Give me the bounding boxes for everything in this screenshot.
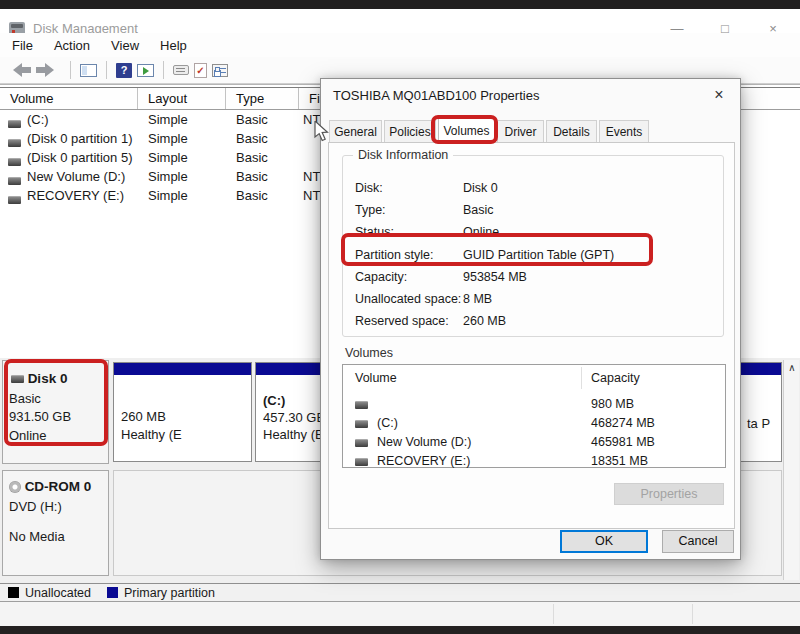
row-layout: Simple bbox=[148, 131, 188, 146]
toolbar-separator bbox=[106, 61, 107, 79]
col-capacity[interactable]: Capacity bbox=[591, 371, 640, 385]
column-header-type[interactable]: Type bbox=[226, 88, 299, 109]
tab-general[interactable]: General bbox=[329, 120, 382, 142]
tab-policies[interactable]: Policies bbox=[384, 120, 436, 142]
cdrom-drive: DVD (H:) bbox=[9, 499, 62, 514]
partition-name: (C:) bbox=[263, 393, 285, 408]
volume-capacity: 465981 MB bbox=[591, 435, 655, 449]
legend-primary-label: Primary partition bbox=[124, 586, 215, 600]
primary-partition-bar bbox=[114, 363, 251, 377]
row-type: Basic bbox=[236, 112, 268, 127]
list-item[interactable]: New Volume (D:)465981 MB bbox=[343, 433, 725, 452]
legend-bar: Unallocated Primary partition bbox=[0, 583, 800, 602]
properties-button[interactable]: Properties bbox=[614, 483, 724, 505]
field-label: Capacity: bbox=[355, 270, 407, 284]
volume-name: New Volume (D:) bbox=[377, 435, 471, 449]
menu-bar: File Action View Help bbox=[0, 33, 800, 57]
dialog-volume-list: Volume Capacity 980 MB (C:)468274 MB New… bbox=[342, 364, 726, 468]
row-layout: Simple bbox=[148, 169, 188, 184]
row-type: Basic bbox=[236, 169, 268, 184]
column-header-layout[interactable]: Layout bbox=[138, 88, 226, 109]
volume-name: (C:) bbox=[377, 416, 398, 430]
dialog-close-icon[interactable]: × bbox=[708, 85, 730, 105]
primary-partition-swatch bbox=[107, 587, 118, 598]
field-label: Type: bbox=[355, 203, 386, 217]
unallocated-swatch bbox=[8, 587, 19, 598]
console-tree-icon[interactable] bbox=[80, 64, 97, 77]
row-volume-name: (Disk 0 partition 1) bbox=[27, 131, 132, 146]
forward-icon[interactable] bbox=[36, 63, 61, 77]
partition-size: 260 MB bbox=[121, 409, 166, 424]
list-item[interactable]: 980 MB bbox=[343, 395, 725, 414]
volume-icon bbox=[355, 439, 368, 447]
task-list-icon[interactable] bbox=[212, 64, 228, 77]
ok-button[interactable]: OK bbox=[560, 530, 648, 553]
field-value: 953854 MB bbox=[463, 270, 527, 284]
partition-status: Healthy (E bbox=[121, 427, 182, 442]
cd-icon bbox=[9, 481, 21, 493]
menu-help[interactable]: Help bbox=[160, 38, 187, 53]
window-titlebar: Disk Management — □ × bbox=[0, 9, 800, 33]
cdrom-title: CD-ROM 0 bbox=[25, 479, 92, 494]
tab-details[interactable]: Details bbox=[546, 120, 597, 142]
help-icon[interactable]: ? bbox=[116, 63, 132, 78]
cancel-button[interactable]: Cancel bbox=[662, 530, 734, 553]
volume-icon bbox=[8, 192, 21, 207]
volume-capacity: 18351 MB bbox=[591, 454, 648, 468]
back-icon[interactable] bbox=[6, 63, 31, 77]
row-volume-name: RECOVERY (E:) bbox=[27, 188, 124, 203]
volumes-section-label: Volumes bbox=[345, 346, 393, 360]
column-header-volume[interactable]: Volume bbox=[0, 88, 138, 109]
background-top-strip bbox=[0, 0, 800, 9]
menu-view[interactable]: View bbox=[111, 38, 139, 53]
field-label: Unallocated space: bbox=[355, 292, 461, 306]
dialog-volume-list-header: Volume Capacity bbox=[343, 365, 725, 391]
row-type: Basic bbox=[236, 188, 268, 203]
mouse-cursor bbox=[314, 121, 332, 143]
legend-unallocated-label: Unallocated bbox=[25, 586, 91, 600]
menu-action[interactable]: Action bbox=[54, 38, 90, 53]
check-document-icon[interactable]: ✓ bbox=[194, 63, 207, 78]
cdrom-media: No Media bbox=[9, 529, 65, 544]
volume-capacity: 468274 MB bbox=[591, 416, 655, 430]
volume-icon bbox=[355, 401, 368, 409]
properties-dialog: TOSHIBA MQ01ABD100 Properties × General … bbox=[320, 78, 741, 560]
field-value: 8 MB bbox=[463, 292, 492, 306]
col-volume[interactable]: Volume bbox=[355, 371, 397, 385]
volume-name: RECOVERY (E:) bbox=[377, 454, 470, 468]
row-layout: Simple bbox=[148, 150, 188, 165]
row-volume-name: New Volume (D:) bbox=[27, 169, 125, 184]
row-volume-name: (C:) bbox=[27, 112, 49, 127]
volume-icon bbox=[8, 135, 21, 150]
volume-icon bbox=[355, 420, 368, 428]
field-label: Reserved space: bbox=[355, 314, 449, 328]
volume-icon bbox=[8, 116, 21, 131]
volume-icon bbox=[355, 458, 368, 466]
field-label: Disk: bbox=[355, 181, 383, 195]
partition-text-fragment: ta P bbox=[747, 416, 770, 431]
status-divider bbox=[553, 604, 554, 624]
vertical-scrollbar[interactable]: ∧ bbox=[783, 360, 799, 580]
volumes-tab-panel: Disk Information Disk:Disk 0 Type:Basic … bbox=[328, 142, 735, 529]
status-divider bbox=[692, 604, 693, 624]
popup-window-icon[interactable] bbox=[173, 65, 189, 75]
action-pane-icon[interactable] bbox=[137, 64, 154, 77]
volume-capacity: 980 MB bbox=[591, 397, 634, 411]
tab-events[interactable]: Events bbox=[599, 120, 649, 142]
toolbar-separator bbox=[70, 61, 71, 79]
volume-icon bbox=[8, 154, 21, 169]
scroll-up-icon[interactable]: ∧ bbox=[784, 360, 800, 375]
row-layout: Simple bbox=[148, 188, 188, 203]
highlight-disk0-box bbox=[4, 359, 108, 446]
partition-block-efi[interactable]: 260 MB Healthy (E bbox=[113, 362, 252, 462]
menu-file[interactable]: File bbox=[12, 38, 33, 53]
tab-driver[interactable]: Driver bbox=[497, 120, 544, 142]
list-item[interactable]: RECOVERY (E:)18351 MB bbox=[343, 452, 725, 471]
status-strip bbox=[0, 602, 800, 626]
row-layout: Simple bbox=[148, 112, 188, 127]
toolbar-separator bbox=[163, 61, 164, 79]
row-type: Basic bbox=[236, 150, 268, 165]
list-item[interactable]: (C:)468274 MB bbox=[343, 414, 725, 433]
cdrom-label-panel[interactable]: CD-ROM 0 DVD (H:) No Media bbox=[2, 470, 109, 576]
column-divider bbox=[581, 367, 582, 389]
